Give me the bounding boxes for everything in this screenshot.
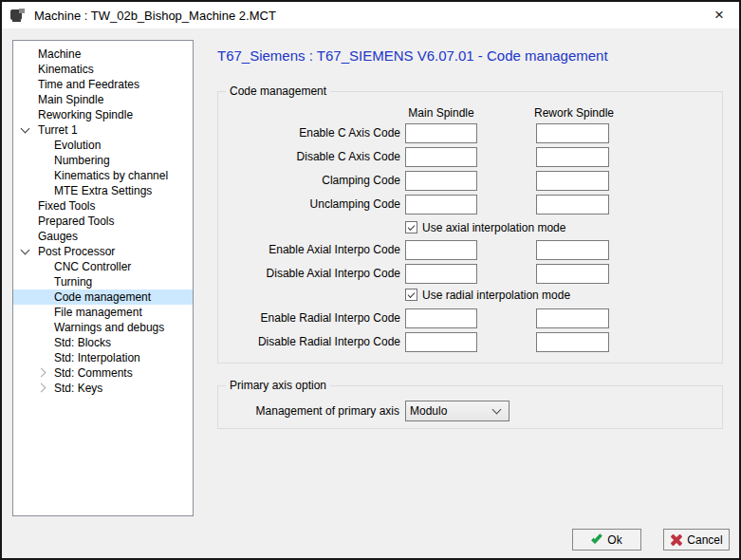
clamping-code-main-input[interactable] [405, 171, 477, 191]
checkbox-label: Use radial interpolation mode [422, 289, 570, 302]
settings-tree: Machine Kinematics Time and Feedrates Ma… [12, 40, 194, 516]
cancel-button-label: Cancel [687, 533, 722, 547]
form-row: Disable C Axis Code [218, 147, 722, 167]
unclamping-code-main-input[interactable] [405, 195, 477, 215]
enable-c-axis-code-main-input[interactable] [405, 123, 477, 143]
sidebar-item-std-blocks[interactable]: Std: Blocks [13, 335, 193, 350]
unclamping-code-rework-input[interactable] [536, 195, 609, 215]
form-row: Disable Axial Interpo Code [218, 264, 722, 284]
column-header-rework-spindle: Rework Spindle [503, 106, 645, 121]
disable-radial-interpo-rework-input[interactable] [536, 332, 609, 352]
disable-c-axis-code-main-input[interactable] [405, 147, 477, 167]
field-label: Disable C Axis Code [218, 147, 400, 167]
sidebar-item-evolution[interactable]: Evolution [13, 138, 193, 153]
field-label: Enable Radial Interpo Code [218, 308, 400, 328]
sidebar-item-std-comments[interactable]: Std: Comments [13, 365, 193, 381]
form-row: Unclamping Code [218, 195, 722, 215]
sidebar-item-std-keys[interactable]: Std: Keys [13, 381, 193, 396]
enable-c-axis-code-rework-input[interactable] [536, 123, 609, 143]
group-label: Primary axis option [226, 379, 330, 392]
sidebar-item-main-spindle[interactable]: Main Spindle [13, 92, 193, 107]
disable-radial-interpo-main-input[interactable] [405, 332, 477, 352]
window-title: Machine : TW_02b_Bishop_Machine 2.MCT [34, 9, 276, 23]
machine-dialog: Machine : TW_02b_Bishop_Machine 2.MCT × … [0, 0, 741, 560]
enable-radial-interpo-rework-input[interactable] [536, 308, 609, 328]
sidebar-item-std-interpolation[interactable]: Std: Interpolation [13, 350, 193, 365]
disable-c-axis-code-rework-input[interactable] [536, 147, 609, 167]
field-label: Disable Axial Interpo Code [218, 264, 400, 284]
field-label: Enable C Axis Code [218, 123, 400, 143]
sidebar-item-numbering[interactable]: Numbering [13, 153, 193, 168]
machine-icon [10, 9, 26, 23]
group-label: Code management [226, 84, 330, 98]
sidebar-item-turret-1[interactable]: Turret 1 [13, 122, 193, 138]
form-row: Enable Axial Interpo Code [218, 240, 722, 260]
sidebar-item-kinematics-by-channel[interactable]: Kinematics by channel [13, 168, 193, 183]
ok-button-label: Ok [607, 533, 621, 547]
primary-axis-label: Management of primary axis [218, 401, 399, 421]
sidebar-item-kinematics[interactable]: Kinematics [13, 62, 193, 77]
sidebar-item-warnings-debugs[interactable]: Warnings and debugs [13, 320, 193, 335]
sidebar-item-machine[interactable]: Machine [13, 47, 193, 62]
sidebar-item-reworking-spindle[interactable]: Reworking Spindle [13, 107, 193, 122]
ok-button[interactable]: Ok [572, 529, 641, 551]
sidebar-item-cnc-controller[interactable]: CNC Controller [13, 259, 193, 274]
title-bar: Machine : TW_02b_Bishop_Machine 2.MCT × [2, 2, 739, 28]
sidebar-item-turning[interactable]: Turning [13, 274, 193, 289]
code-management-group: Code management Main Spindle Rework Spin… [217, 91, 723, 364]
enable-radial-interpo-main-input[interactable] [405, 308, 477, 328]
axial-interpolation-checkbox-row: Use axial interpolation mode [405, 220, 565, 234]
clamping-code-rework-input[interactable] [536, 171, 609, 191]
sidebar-item-prepared-tools[interactable]: Prepared Tools [13, 214, 193, 229]
disable-axial-interpo-rework-input[interactable] [536, 264, 609, 284]
primary-axis-group: Primary axis option Management of primar… [217, 385, 723, 429]
field-label: Clamping Code [218, 171, 400, 191]
form-row: Enable Radial Interpo Code [218, 308, 722, 328]
primary-axis-select[interactable]: Modulo [405, 401, 509, 421]
field-label: Disable Radial Interpo Code [218, 332, 400, 352]
radial-interpolation-checkbox[interactable] [405, 289, 417, 301]
checkbox-label: Use axial interpolation mode [422, 221, 565, 234]
form-row: Clamping Code [218, 171, 722, 191]
selected-value: Modulo [406, 404, 493, 418]
enable-axial-interpo-main-input[interactable] [405, 240, 477, 260]
sidebar-item-time-feedrates[interactable]: Time and Feedrates [13, 77, 193, 92]
sidebar-item-code-management[interactable]: Code management [13, 289, 193, 305]
sidebar-item-mte-extra-settings[interactable]: MTE Extra Settings [13, 183, 193, 198]
form-row: Enable C Axis Code [218, 123, 722, 143]
sidebar-item-gauges[interactable]: Gauges [13, 229, 193, 244]
column-header-main-spindle: Main Spindle [370, 106, 512, 121]
chevron-down-icon [492, 405, 502, 415]
cancel-button[interactable]: Cancel [663, 529, 730, 551]
radial-interpolation-checkbox-row: Use radial interpolation mode [405, 288, 570, 302]
x-icon [670, 533, 683, 547]
sidebar-item-file-management[interactable]: File management [13, 305, 193, 320]
page-title: T67_Siemens : T67_SIEMENS V6.07.01 - Cod… [217, 47, 608, 64]
check-icon [408, 290, 416, 298]
check-icon [591, 532, 603, 544]
check-icon [408, 223, 416, 231]
form-row: Disable Radial Interpo Code [218, 332, 722, 352]
axial-interpolation-checkbox[interactable] [405, 221, 417, 233]
sidebar-item-post-processor[interactable]: Post Processor [13, 244, 193, 259]
close-icon[interactable]: × [707, 4, 732, 27]
disable-axial-interpo-main-input[interactable] [405, 264, 477, 284]
enable-axial-interpo-rework-input[interactable] [536, 240, 609, 260]
sidebar-item-fixed-tools[interactable]: Fixed Tools [13, 198, 193, 214]
field-label: Enable Axial Interpo Code [218, 240, 400, 260]
field-label: Unclamping Code [218, 195, 400, 215]
